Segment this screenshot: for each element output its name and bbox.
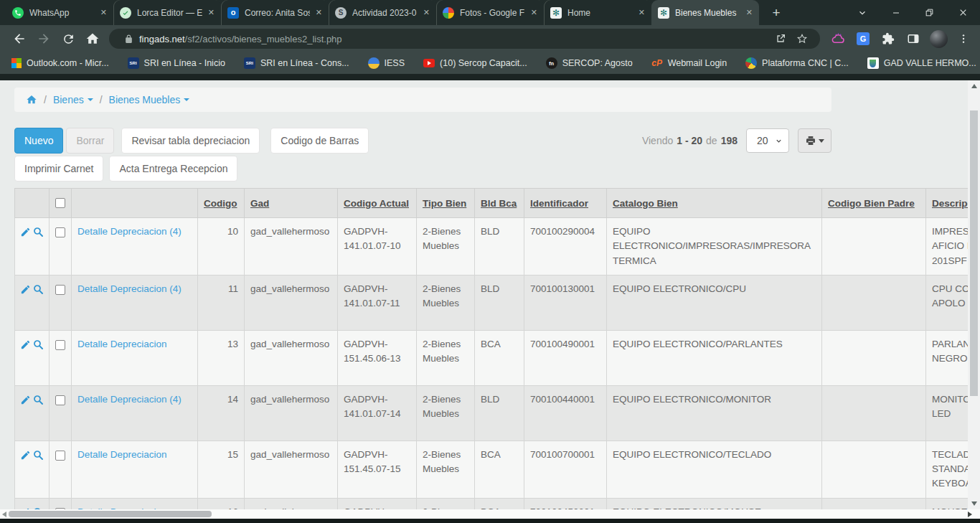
codigo-de-barras-button[interactable]: Codigo de Barras bbox=[270, 128, 369, 154]
restore-button[interactable] bbox=[913, 0, 946, 25]
scroll-left-arrow-icon[interactable] bbox=[0, 509, 9, 519]
imprimir-carnet-button[interactable]: Imprimir Carnet bbox=[14, 156, 103, 182]
horizontal-scrollbar-thumb[interactable] bbox=[9, 511, 212, 517]
tab-close-icon[interactable]: ✕ bbox=[746, 8, 753, 17]
tab-actividad-2023-0[interactable]: SActividad 2023-0✕ bbox=[329, 0, 436, 25]
bookmark-plataforma-cnc-c[interactable]: Plataforma CNC | C... bbox=[745, 57, 849, 69]
detalle-depreciacion-link[interactable]: Detalle Depreciacion bbox=[77, 449, 167, 460]
tab-correo-anita-sos[interactable]: oCorreo: Anita Sos✕ bbox=[221, 0, 329, 25]
column-header-codigo[interactable]: Codigo bbox=[204, 198, 237, 209]
edit-pencil-icon[interactable] bbox=[20, 450, 31, 461]
tab-close-icon[interactable]: ✕ bbox=[100, 8, 107, 17]
tab-title: Fotos - Google F bbox=[460, 8, 525, 18]
star-icon[interactable] bbox=[791, 29, 813, 49]
tab-close-icon[interactable]: ✕ bbox=[639, 8, 645, 17]
tab-home[interactable]: ✻Home✕ bbox=[544, 0, 651, 25]
table-row: Detalle Depreciacion (4)14gad_vallehermo… bbox=[15, 385, 980, 440]
column-header-catalogo-bien[interactable]: Catalogo Bien bbox=[613, 198, 678, 209]
row-checkbox[interactable] bbox=[55, 451, 65, 461]
close-button[interactable] bbox=[946, 0, 980, 25]
row-checkbox[interactable] bbox=[55, 227, 65, 237]
sercop-icon: fn bbox=[546, 57, 557, 69]
paging-info: Viendo 1 - 20 de 198 bbox=[642, 135, 738, 146]
row-checkbox[interactable] bbox=[55, 340, 65, 350]
row-checkbox[interactable] bbox=[55, 395, 65, 405]
chevron-down-icon bbox=[775, 137, 783, 145]
bookmark-10-sercop-capacit[interactable]: (10) Sercop Capacit... bbox=[423, 58, 527, 68]
bookmark-sri-en-l-nea-inicio[interactable]: SRISRI en Línea - Inicio bbox=[128, 57, 225, 69]
tab-whatsapp[interactable]: WhatsApp✕ bbox=[6, 0, 113, 25]
acta-entrega-recepcion-button[interactable]: Acta Entrega Recepcion bbox=[109, 156, 237, 182]
column-header-codigo-bien-padre[interactable]: Codigo Bien Padre bbox=[828, 198, 915, 209]
scroll-right-arrow-icon[interactable] bbox=[966, 509, 974, 519]
detalle-depreciacion-link[interactable]: Detalle Depreciacion bbox=[77, 339, 167, 349]
extensions-puzzle-icon[interactable] bbox=[879, 29, 897, 48]
detalle-depreciacion-link[interactable]: Detalle Depreciacion (4) bbox=[77, 226, 182, 237]
revisar-tabla-depreciacion-button[interactable]: Revisar tabla depreciacion bbox=[121, 128, 260, 154]
view-magnifier-icon[interactable] bbox=[32, 283, 44, 295]
edit-pencil-icon[interactable] bbox=[20, 227, 31, 237]
side-panel-icon[interactable] bbox=[904, 29, 923, 48]
tab-search-chevron-icon[interactable] bbox=[845, 0, 879, 25]
page-size-select[interactable]: 20 bbox=[746, 128, 789, 153]
print-button[interactable] bbox=[798, 128, 831, 153]
edit-pencil-icon[interactable] bbox=[20, 284, 31, 295]
cell-gad: gad_vallehermoso bbox=[245, 218, 338, 275]
bookmark-sercop-agosto[interactable]: fnSERCOP: Agosto bbox=[546, 57, 633, 69]
tab-close-icon[interactable]: ✕ bbox=[423, 8, 430, 17]
home-icon[interactable] bbox=[80, 28, 105, 50]
back-icon[interactable] bbox=[7, 28, 32, 50]
scroll-down-arrow-icon[interactable] bbox=[968, 498, 980, 509]
column-header-gad[interactable]: Gad bbox=[250, 198, 269, 209]
tab-close-icon[interactable]: ✕ bbox=[208, 8, 215, 17]
scroll-up-arrow-icon[interactable] bbox=[968, 80, 980, 92]
tab-close-icon[interactable]: ✕ bbox=[531, 8, 537, 17]
tab-close-icon[interactable]: ✕ bbox=[316, 8, 322, 17]
tab-title: Home bbox=[567, 8, 633, 18]
view-magnifier-icon[interactable] bbox=[32, 226, 44, 237]
cloud-extension-icon[interactable] bbox=[829, 29, 847, 48]
tab-fotos-google-f[interactable]: Fotos - Google F✕ bbox=[436, 0, 544, 25]
address-bar[interactable]: fingads.net/sf2/activos/bienes_muebles2_… bbox=[109, 29, 820, 49]
breadcrumb-bienes[interactable]: Bienes bbox=[53, 94, 93, 105]
nuevo-button[interactable]: Nuevo bbox=[14, 128, 63, 154]
column-header-tipo-bien[interactable]: Tipo Bien bbox=[423, 198, 466, 209]
vertical-scrollbar[interactable] bbox=[968, 80, 980, 509]
edit-pencil-icon[interactable] bbox=[20, 395, 31, 405]
detalle-depreciacion-link[interactable]: Detalle Depreciacion (4) bbox=[77, 394, 182, 405]
cell-bld-bca: BLD bbox=[475, 275, 524, 330]
bookmark-sri-en-l-nea-cons[interactable]: SRISRI en Línea - Cons... bbox=[244, 57, 349, 69]
assets-table: CodigoGadCodigo ActualTipo BienBld BcaId… bbox=[14, 188, 980, 519]
bookmark-webmail-login[interactable]: cPWebmail Login bbox=[651, 57, 727, 69]
home-breadcrumb-icon[interactable] bbox=[26, 94, 37, 105]
view-magnifier-icon[interactable] bbox=[32, 394, 44, 405]
column-header-codigo-actual[interactable]: Codigo Actual bbox=[344, 198, 409, 209]
column-header-identificador[interactable]: Identificador bbox=[530, 198, 588, 209]
view-magnifier-icon[interactable] bbox=[32, 449, 44, 461]
breadcrumb-bienes-muebles[interactable]: Bienes Muebles bbox=[109, 94, 190, 105]
new-tab-button[interactable]: + bbox=[766, 3, 786, 23]
row-checkbox[interactable] bbox=[55, 285, 65, 295]
view-magnifier-icon[interactable] bbox=[32, 339, 44, 350]
bookmark-label: Webmail Login bbox=[668, 58, 727, 68]
reload-icon[interactable] bbox=[56, 28, 80, 50]
share-icon[interactable] bbox=[770, 29, 791, 49]
edit-pencil-icon[interactable] bbox=[20, 339, 31, 350]
detalle-depreciacion-link[interactable]: Detalle Depreciacion (4) bbox=[77, 283, 182, 294]
profile-avatar[interactable] bbox=[929, 29, 948, 48]
column-header-bld-bca[interactable]: Bld Bca bbox=[481, 198, 517, 209]
menu-dots-icon[interactable] bbox=[954, 29, 973, 48]
select-all-checkbox[interactable] bbox=[55, 198, 65, 208]
bookmark-iess[interactable]: IESS bbox=[368, 57, 405, 69]
borrar-button[interactable]: Borrar bbox=[66, 128, 114, 154]
vertical-scrollbar-thumb[interactable] bbox=[970, 110, 978, 396]
lock-icon[interactable] bbox=[118, 29, 139, 49]
translate-extension-icon[interactable]: G bbox=[854, 29, 872, 48]
minimize-button[interactable] bbox=[879, 0, 913, 25]
bookmark-outlook-com-micr[interactable]: Outlook.com - Micr... bbox=[11, 58, 109, 68]
bookmark-gad-valle-hermo[interactable]: GAD VALLE HERMO... bbox=[867, 57, 976, 69]
tab-bienes-muebles[interactable]: ✻Bienes Muebles✕ bbox=[651, 0, 759, 25]
tab-lorca-editor-el[interactable]: Lorca Editor — El✕ bbox=[113, 0, 221, 25]
forward-icon[interactable] bbox=[32, 28, 56, 50]
horizontal-scrollbar[interactable] bbox=[0, 509, 980, 519]
